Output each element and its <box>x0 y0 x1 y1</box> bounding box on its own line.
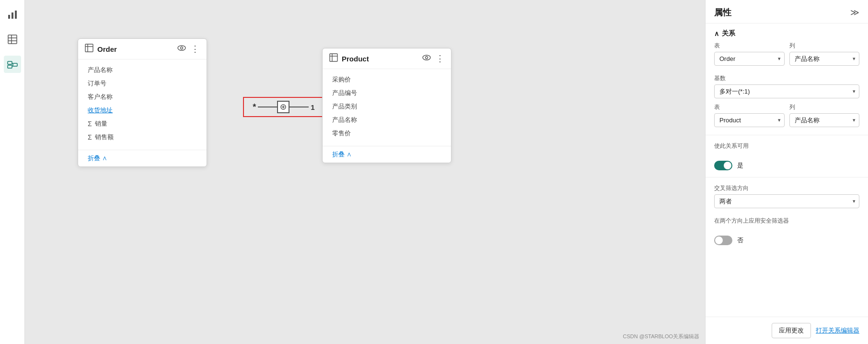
enable-toggle[interactable] <box>714 161 732 170</box>
enable-toggle-row: 是 <box>706 157 868 174</box>
cross-select-wrapper: 两者 ▾ <box>714 194 859 208</box>
col1-select-wrapper: 产品名称 ▾ <box>789 52 860 66</box>
product-more-icon[interactable]: ⋮ <box>436 53 444 64</box>
sidebar <box>0 0 25 344</box>
svg-rect-1 <box>12 12 13 19</box>
field-product-name-order: 产品名称 <box>78 63 207 77</box>
relation-section-header: ∧ 关系 <box>706 24 868 42</box>
watermark: CSDN @STARBLOO关系编辑器 <box>623 333 699 340</box>
enable-label: 使此关系可用 <box>714 142 859 150</box>
order-more-icon[interactable]: ⋮ <box>191 44 200 54</box>
table2-select-wrapper: Product ▾ <box>714 113 785 127</box>
chevron-up-icon: ∧ <box>714 30 719 37</box>
order-table-icon <box>85 44 93 54</box>
field-customer-name: 客户名称 <box>78 90 207 104</box>
enable-toggle-knob <box>724 162 731 169</box>
field-product-name-product: 产品名称 <box>323 113 451 127</box>
field-product-number: 产品编号 <box>323 86 451 100</box>
order-collapse[interactable]: 折叠 ∧ <box>78 150 207 166</box>
svg-point-16 <box>181 47 183 49</box>
enable-toggle-label: 是 <box>737 161 743 170</box>
svg-rect-7 <box>8 61 12 64</box>
table-label-1: 表 <box>714 42 785 50</box>
svg-rect-9 <box>13 63 17 66</box>
order-visibility-icon[interactable] <box>177 45 186 53</box>
sidebar-chart[interactable] <box>4 6 21 23</box>
cardinality-group: 基数 多对一(*:1) ▾ <box>706 71 868 103</box>
svg-rect-3 <box>8 35 17 44</box>
cardinality-label: 基数 <box>714 74 859 83</box>
field-order-number: 订单号 <box>78 77 207 90</box>
svg-rect-8 <box>8 65 12 68</box>
security-toggle-knob <box>715 237 723 244</box>
table-label-2: 表 <box>714 103 785 111</box>
connector-one: 1 <box>309 103 316 111</box>
col2-select[interactable]: 产品名称 <box>789 113 860 127</box>
table-col-row-1: 表 Order ▾ 列 产品名称 ▾ <box>706 42 868 71</box>
field-product-category: 产品类别 <box>323 100 451 113</box>
svg-rect-2 <box>15 11 17 19</box>
order-title: Order <box>97 45 117 53</box>
sidebar-table[interactable] <box>4 31 21 48</box>
product-title: Product <box>342 55 369 63</box>
connector-arrow <box>277 101 289 113</box>
svg-rect-0 <box>8 15 10 19</box>
col-label-2: 列 <box>789 103 860 111</box>
table-col-row-2: 表 Product ▾ 列 产品名称 ▾ <box>706 103 868 132</box>
cross-group: 交叉筛选方向 两者 ▾ <box>706 180 868 213</box>
relation-section-title: 关系 <box>722 29 735 38</box>
cross-label: 交叉筛选方向 <box>714 184 859 192</box>
order-card: Order ⋮ 产品名称 订单号 客户名称 <box>78 38 207 167</box>
svg-rect-20 <box>330 54 337 61</box>
col-label-1: 列 <box>789 42 860 50</box>
edit-link[interactable]: 打开关系编辑器 <box>816 326 859 335</box>
svg-point-15 <box>178 46 185 50</box>
col1-select[interactable]: 产品名称 <box>789 52 860 66</box>
connector-line-right <box>289 107 309 107</box>
security-label: 在两个方向上应用安全筛选器 <box>714 217 859 225</box>
svg-point-23 <box>423 55 430 60</box>
enable-group: 使此关系可用 <box>706 138 868 157</box>
canvas: Order ⋮ 产品名称 订单号 客户名称 <box>25 0 705 344</box>
connector-many: * <box>251 102 258 112</box>
apply-button[interactable]: 应用更改 <box>772 323 811 338</box>
sidebar-model[interactable] <box>4 56 21 73</box>
svg-point-24 <box>426 57 428 59</box>
panel-title: 属性 <box>714 7 731 18</box>
table1-select-wrapper: Order ▾ <box>714 52 785 66</box>
field-retail-price: 零售价 <box>323 127 451 140</box>
product-table-icon <box>329 53 338 64</box>
security-toggle-label: 否 <box>737 236 743 245</box>
table2-select[interactable]: Product <box>714 113 785 127</box>
panel-collapse-icon[interactable]: ≫ <box>850 7 859 18</box>
col2-select-wrapper: 产品名称 ▾ <box>789 113 860 127</box>
product-visibility-icon[interactable] <box>422 54 431 63</box>
connector-line-left <box>258 107 277 107</box>
field-sales-amount: Σ 销售额 <box>78 130 207 144</box>
security-toggle[interactable] <box>714 236 732 245</box>
cardinality-select[interactable]: 多对一(*:1) <box>714 84 859 98</box>
field-purchase-price: 采购价 <box>323 73 451 86</box>
security-group: 在两个方向上应用安全筛选器 <box>706 213 868 232</box>
field-shipping-address: 收货地址 <box>78 104 207 117</box>
field-sales-volume: Σ 销量 <box>78 117 207 130</box>
svg-rect-12 <box>85 44 93 52</box>
properties-panel: 属性 ≫ ∧ 关系 表 Order ▾ 列 产品名称 ▾ <box>705 0 868 344</box>
connector-box: * 1 <box>243 97 324 117</box>
product-card: Product ⋮ 采购价 产品编号 产品类别 <box>322 48 451 163</box>
cross-select[interactable]: 两者 <box>714 194 859 208</box>
cardinality-select-wrapper: 多对一(*:1) ▾ <box>714 84 859 98</box>
panel-footer: 应用更改 打开关系编辑器 <box>706 317 868 344</box>
security-toggle-row: 否 <box>706 232 868 249</box>
table1-select[interactable]: Order <box>714 52 785 66</box>
product-collapse[interactable]: 折叠 ∧ <box>323 146 451 163</box>
